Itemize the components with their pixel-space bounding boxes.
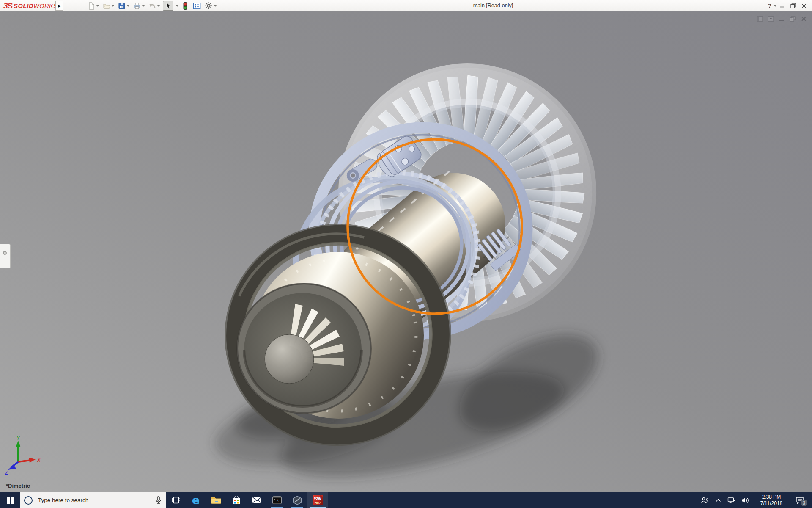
solidworks-app-icon: SW 2017 xyxy=(312,494,324,506)
menu-flyout-button[interactable]: ▶ xyxy=(55,1,63,11)
collapsed-panel-tab[interactable] xyxy=(0,244,11,268)
notification-badge: 3 xyxy=(801,500,807,506)
titlebar: 3SSOLIDWORKS ▶ xyxy=(0,0,812,11)
tray-date: 7/11/2018 xyxy=(760,500,783,507)
people-button[interactable] xyxy=(698,492,712,508)
people-icon xyxy=(701,497,709,504)
chevron-up-icon xyxy=(716,498,721,502)
child-restore-icon[interactable] xyxy=(790,16,796,22)
tray-time: 2:38 PM xyxy=(762,494,781,500)
dropdown-caret[interactable] xyxy=(127,5,129,7)
minimize-button[interactable] xyxy=(776,0,787,11)
restore-button[interactable] xyxy=(787,0,798,11)
taskbar-app-command-prompt[interactable]: C:\_ xyxy=(267,492,287,508)
triad-z-label: Z xyxy=(5,470,8,475)
document-title: main [Read-only] xyxy=(431,3,555,8)
hexagon-app-icon xyxy=(293,496,302,505)
select-arrow-icon xyxy=(164,2,172,10)
taskbar-app-store[interactable] xyxy=(226,492,247,508)
edge-icon: e xyxy=(192,494,200,507)
open-button[interactable] xyxy=(102,2,115,10)
start-button[interactable] xyxy=(0,492,20,508)
taskbar-app-hexagon[interactable] xyxy=(287,492,307,508)
orientation-triad: Y X Z xyxy=(4,436,43,475)
cmd-prompt-text: C:\_ xyxy=(274,499,280,502)
open-icon xyxy=(103,2,110,10)
separator xyxy=(55,0,55,11)
triad-y-label: Y xyxy=(16,436,20,441)
pane-left-icon[interactable] xyxy=(757,16,763,22)
panel-tab-dot-icon xyxy=(3,251,7,255)
restore-icon xyxy=(790,3,796,8)
task-view-icon xyxy=(172,497,180,504)
minimize-icon xyxy=(779,3,785,8)
taskbar-app-solidworks[interactable]: SW 2017 xyxy=(307,492,328,508)
windows-taskbar: Type here to search e xyxy=(0,492,812,508)
ds-monogram: 3S xyxy=(3,1,12,11)
settings-gear-icon xyxy=(205,2,213,10)
taskbar-app-mail[interactable] xyxy=(247,492,267,508)
dropdown-caret[interactable] xyxy=(96,5,99,7)
volume-button[interactable] xyxy=(738,492,753,508)
save-icon xyxy=(118,2,126,10)
new-document-icon xyxy=(88,2,95,10)
solidworks-window: 3SSOLIDWORKS ▶ xyxy=(0,0,812,508)
search-placeholder: Type here to search xyxy=(38,497,155,503)
taskbar-app-file-explorer[interactable] xyxy=(206,492,226,508)
command-prompt-icon: C:\_ xyxy=(272,496,282,504)
microphone-icon[interactable] xyxy=(155,496,162,504)
dropdown-caret[interactable] xyxy=(142,5,145,7)
child-minimize-icon[interactable] xyxy=(779,16,785,22)
windows-logo-icon xyxy=(7,497,14,504)
triad-x-label: X xyxy=(37,457,41,463)
cortana-icon xyxy=(24,496,33,505)
flyout-arrow-icon: ▶ xyxy=(58,3,61,8)
dropdown-caret xyxy=(157,5,160,7)
save-button[interactable] xyxy=(117,2,130,10)
undo-button xyxy=(148,2,161,10)
sw-letters: SW xyxy=(314,496,321,501)
rebuild-button[interactable] xyxy=(181,1,190,11)
dropdown-caret[interactable] xyxy=(214,5,217,7)
help-button[interactable]: ? xyxy=(766,0,774,11)
rebuild-traffic-light-icon xyxy=(181,2,189,10)
dropdown-caret[interactable] xyxy=(112,5,114,7)
jet-engine-model[interactable] xyxy=(0,11,812,492)
options-list-icon xyxy=(193,2,201,10)
quick-access-toolbar xyxy=(87,0,217,11)
nose-sphere xyxy=(265,334,314,384)
close-icon xyxy=(801,3,807,8)
search-input[interactable]: Type here to search xyxy=(20,492,166,508)
action-center-button[interactable]: 3 xyxy=(790,492,809,508)
window-controls: ? xyxy=(766,0,809,11)
pane-down-icon[interactable] xyxy=(768,16,774,22)
child-close-icon[interactable] xyxy=(801,16,807,22)
speaker-icon xyxy=(742,497,749,504)
settings-button[interactable] xyxy=(204,1,217,10)
taskbar-app-edge[interactable]: e xyxy=(186,492,206,508)
child-window-controls xyxy=(757,16,807,22)
select-tool-button[interactable] xyxy=(163,1,173,11)
options-list-button[interactable] xyxy=(192,2,202,10)
file-explorer-icon xyxy=(211,496,221,505)
graphics-viewport[interactable]: Y X Z *Dimetric xyxy=(0,11,812,492)
store-icon xyxy=(232,496,241,505)
mail-icon xyxy=(252,497,262,504)
select-dropdown-caret[interactable] xyxy=(176,5,178,7)
solidworks-logo: 3SSOLIDWORKS xyxy=(3,1,58,11)
view-orientation-label: *Dimetric xyxy=(6,483,30,489)
print-icon xyxy=(133,2,141,10)
new-document-button[interactable] xyxy=(87,2,100,10)
undo-icon xyxy=(148,2,156,10)
close-button[interactable] xyxy=(798,0,809,11)
sw-year: 2017 xyxy=(314,502,321,505)
clock[interactable]: 2:38 PM 7/11/2018 xyxy=(753,492,790,508)
network-icon xyxy=(727,497,735,504)
network-button[interactable] xyxy=(724,492,738,508)
print-button[interactable] xyxy=(132,2,145,10)
task-view-button[interactable] xyxy=(166,492,186,508)
hidden-icons-button[interactable] xyxy=(712,492,724,508)
system-tray: 2:38 PM 7/11/2018 3 xyxy=(698,492,812,508)
